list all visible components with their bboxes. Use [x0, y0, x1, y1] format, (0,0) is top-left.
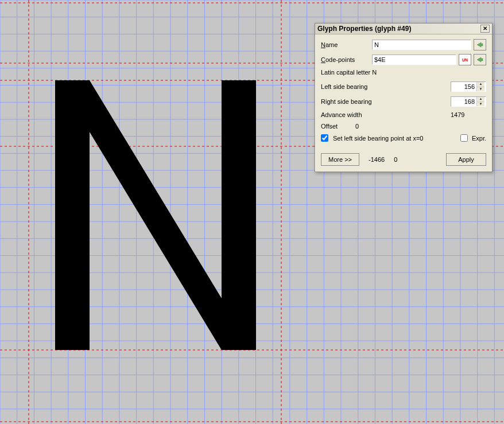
- glyph-outline[interactable]: [55, 80, 256, 350]
- lsb-spinner[interactable]: ▲ ▼: [451, 81, 486, 92]
- dialog-title: Glyph Properties (glyph #49): [317, 25, 480, 33]
- glyph-properties-dialog: Glyph Properties (glyph #49) ✕ Name Code…: [315, 23, 493, 172]
- adv-label: Advance width: [321, 111, 451, 118]
- expr-checkbox[interactable]: [460, 134, 468, 142]
- expr-label: Expr.: [472, 135, 486, 142]
- rsb-label: Right side bearing: [321, 98, 451, 105]
- set-lsb-checkbox[interactable]: [321, 134, 328, 142]
- offset-value: 0: [355, 123, 359, 130]
- adv-value: 1479: [451, 111, 486, 118]
- lsb-label: Left side bearing: [321, 83, 451, 90]
- apply-button[interactable]: Apply: [446, 153, 486, 166]
- rsb-spinner[interactable]: ▲ ▼: [451, 96, 486, 107]
- lsb-down[interactable]: ▼: [477, 87, 484, 92]
- set-lsb-label: Set left side bearing point at x=0: [333, 135, 423, 142]
- name-action-button[interactable]: [474, 39, 486, 50]
- arrow-icon: [476, 41, 484, 49]
- code-input[interactable]: [372, 55, 456, 65]
- code-action-button[interactable]: [474, 54, 486, 65]
- dialog-titlebar[interactable]: Glyph Properties (glyph #49) ✕: [315, 24, 492, 34]
- lsb-up[interactable]: ▲: [477, 82, 484, 87]
- close-button[interactable]: ✕: [480, 25, 490, 33]
- unicode-button[interactable]: UN: [459, 54, 471, 65]
- name-label: Name: [321, 41, 370, 48]
- more-button[interactable]: More >>: [321, 153, 359, 166]
- glyph-description: Latin capital letter N: [321, 69, 486, 76]
- lsb-input[interactable]: [451, 82, 476, 91]
- arrow-icon: [476, 56, 484, 64]
- rsb-up[interactable]: ▲: [477, 97, 484, 102]
- rsb-down[interactable]: ▼: [477, 102, 484, 107]
- rsb-input[interactable]: [451, 97, 476, 106]
- name-input[interactable]: [372, 40, 471, 50]
- code-label: Code-points: [321, 56, 370, 63]
- status-num2: 0: [394, 156, 397, 163]
- status-num1: -1466: [369, 156, 385, 163]
- offset-label: Offset: [321, 123, 355, 130]
- unicode-icon: UN: [462, 58, 468, 62]
